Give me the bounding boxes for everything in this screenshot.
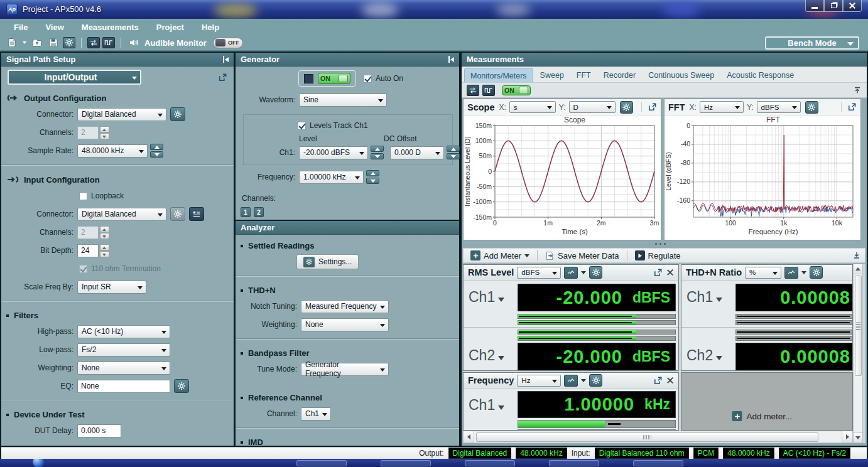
mode-selector-dropdown[interactable]: Input/Output xyxy=(8,70,141,85)
taskbar-button[interactable] xyxy=(296,460,347,466)
rms-unit-dropdown[interactable]: dBFS xyxy=(517,267,561,279)
start-button[interactable] xyxy=(33,459,44,467)
menu-measurements[interactable]: Measurements xyxy=(82,23,139,32)
eq-settings-button[interactable] xyxy=(174,379,189,393)
frequency-popout-icon[interactable] xyxy=(653,376,663,385)
menu-view[interactable]: View xyxy=(45,23,63,32)
bit-depth-input[interactable]: 24 xyxy=(77,244,99,257)
notch-tuning-dropdown[interactable]: Measured Frequency xyxy=(301,300,389,313)
frequency-unit-dropdown[interactable]: Hz xyxy=(517,375,561,387)
levels-track-checkbox[interactable] xyxy=(298,122,306,130)
tab-fft[interactable]: FFT xyxy=(571,68,597,82)
audible-monitor-toggle[interactable]: OFF xyxy=(213,38,243,48)
tab-sweep[interactable]: Sweep xyxy=(534,68,570,82)
thdn-unit-dropdown[interactable]: % xyxy=(745,267,781,279)
tune-mode-dropdown[interactable]: Generator Frequency xyxy=(301,363,389,376)
signal-path-button[interactable] xyxy=(87,37,100,48)
frequency-ch1-selector[interactable]: Ch1 xyxy=(469,397,504,414)
horizontal-scrollbar[interactable] xyxy=(463,431,853,443)
tab-recorder[interactable]: Recorder xyxy=(598,68,641,82)
meter-style-button[interactable] xyxy=(564,375,578,387)
output-connector-settings-button[interactable] xyxy=(170,107,185,121)
scale-freq-dropdown[interactable]: Input SR xyxy=(77,281,146,294)
tab-acoustic-response[interactable]: Acoustic Response xyxy=(721,68,800,82)
add-meter-button[interactable]: Add Meter xyxy=(467,249,533,262)
vertical-scrollbar[interactable] xyxy=(853,264,863,443)
taskbar-button[interactable] xyxy=(465,460,515,466)
taskbar-button[interactable] xyxy=(633,460,683,466)
bench-mode-dropdown[interactable]: Bench Mode xyxy=(765,36,859,50)
scope-y-unit-dropdown[interactable]: D xyxy=(569,101,616,113)
level-stepper[interactable] xyxy=(371,146,384,159)
popout-icon[interactable] xyxy=(218,73,227,82)
tab-monitors-meters[interactable]: Monitors/Meters xyxy=(464,68,533,82)
loopback-checkbox[interactable] xyxy=(79,192,87,200)
fft-settings-button[interactable] xyxy=(805,101,818,114)
sample-rate-dropdown[interactable]: 48.0000 kHz xyxy=(77,144,148,158)
dut-delay-input[interactable]: 0.000 s xyxy=(77,424,121,437)
generator-waveform-button[interactable] xyxy=(102,37,115,48)
frequency-settings-button[interactable] xyxy=(589,374,602,387)
scroll-left-button[interactable] xyxy=(464,431,474,443)
scope-settings-button[interactable] xyxy=(620,101,633,114)
reference-channel-dropdown[interactable]: Ch1 xyxy=(301,407,331,421)
sample-rate-stepper[interactable] xyxy=(150,144,163,158)
scope-popout-icon[interactable] xyxy=(648,102,657,112)
speaker-icon[interactable] xyxy=(127,36,141,49)
settled-readings-settings-button[interactable]: Settings... xyxy=(296,254,359,269)
rms-ch2-selector[interactable]: Ch2 xyxy=(469,347,504,364)
menu-project[interactable]: Project xyxy=(156,23,184,32)
save-project-button[interactable] xyxy=(46,36,60,49)
waveform-dropdown[interactable]: Sine xyxy=(299,94,387,107)
regulate-button[interactable]: Regulate xyxy=(632,249,684,262)
fft-y-unit-dropdown[interactable]: dBFS xyxy=(757,101,801,113)
menu-file[interactable]: File xyxy=(14,23,28,32)
monitors-on-toggle[interactable]: ON xyxy=(502,85,531,95)
channel-2-button[interactable]: 2 xyxy=(254,207,264,217)
scroll-right-button[interactable] xyxy=(842,431,852,443)
close-button[interactable] xyxy=(843,0,862,12)
rms-settings-button[interactable] xyxy=(589,266,602,279)
rms-close-icon[interactable] xyxy=(666,269,674,277)
waveform-icon[interactable] xyxy=(482,85,495,96)
minimize-button[interactable] xyxy=(805,0,824,12)
generator-on-toggle[interactable]: ON xyxy=(318,73,350,84)
low-pass-dropdown[interactable]: Fs/2 xyxy=(77,343,170,357)
open-project-button[interactable] xyxy=(30,36,44,49)
taskbar-button[interactable] xyxy=(381,460,431,466)
fft-popout-icon[interactable] xyxy=(847,102,857,112)
frequency-close-icon[interactable] xyxy=(666,377,674,385)
level-dropdown[interactable]: -20.000 dBFS xyxy=(299,146,368,159)
rms-popout-icon[interactable] xyxy=(653,268,663,277)
frequency-dropdown[interactable]: 1.00000 kHz xyxy=(299,171,364,184)
signal-path-icon[interactable] xyxy=(467,85,479,96)
bit-depth-stepper[interactable] xyxy=(100,244,109,257)
dc-offset-dropdown[interactable]: 0.000 D xyxy=(390,146,444,159)
scroll-up-button[interactable] xyxy=(854,264,862,274)
generator-stop-button[interactable] xyxy=(304,74,313,83)
meter-style-button[interactable] xyxy=(564,267,578,279)
analyzer-weighting-dropdown[interactable]: None xyxy=(301,318,389,331)
scrollbar-thumb[interactable] xyxy=(855,276,862,376)
thdn-ch1-selector[interactable]: Ch1 xyxy=(686,289,722,306)
collapse-up-icon[interactable] xyxy=(853,86,862,95)
save-meter-data-button[interactable]: Save Meter Data xyxy=(542,250,622,262)
meter-style-button[interactable] xyxy=(784,267,798,279)
thdn-ch2-selector[interactable]: Ch2 xyxy=(686,347,722,364)
pin-down-icon[interactable] xyxy=(852,251,861,260)
auto-on-checkbox[interactable] xyxy=(364,75,372,83)
splitter-handle[interactable] xyxy=(655,243,666,245)
dc-offset-stepper[interactable] xyxy=(447,146,460,159)
scroll-down-button[interactable] xyxy=(854,432,862,443)
rms-ch1-selector[interactable]: Ch1 xyxy=(469,289,504,306)
scrollbar-thumb[interactable] xyxy=(476,432,818,442)
input-connector-dropdown[interactable]: Digital Balanced xyxy=(77,208,166,221)
new-project-button[interactable] xyxy=(5,36,19,49)
fft-x-unit-dropdown[interactable]: Hz xyxy=(700,101,744,113)
weighting-dropdown[interactable]: None xyxy=(77,362,170,375)
menu-help[interactable]: Help xyxy=(202,23,219,32)
tab-continuous-sweep[interactable]: Continuous Sweep xyxy=(643,68,720,82)
taskbar-button[interactable] xyxy=(549,460,599,466)
thdn-settings-button[interactable] xyxy=(810,266,823,279)
restore-button[interactable] xyxy=(824,0,843,12)
